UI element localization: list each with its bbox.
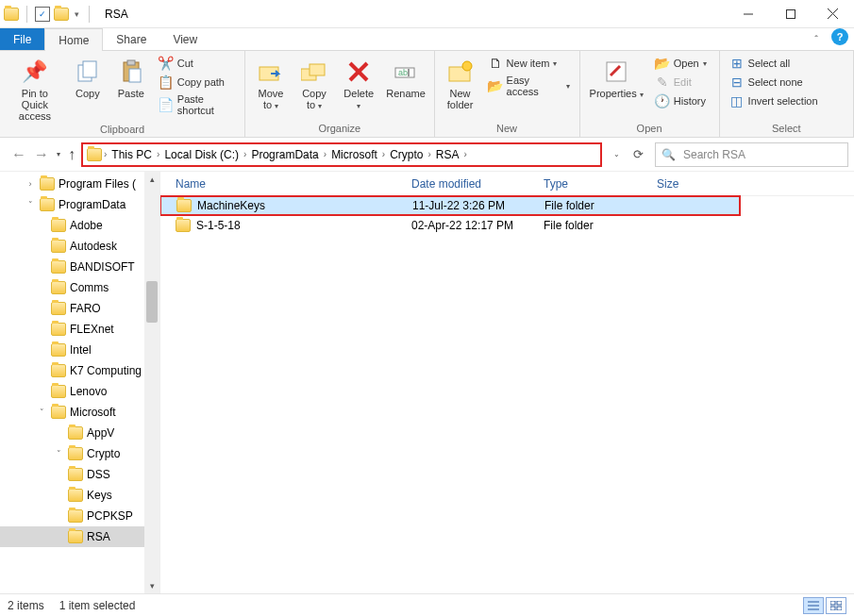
up-button[interactable]: ↑: [68, 146, 75, 163]
qat-properties[interactable]: ✓: [35, 7, 50, 22]
history-button[interactable]: 🕐History: [651, 92, 711, 109]
tree-node[interactable]: FARO: [0, 298, 159, 319]
chevron-right-icon[interactable]: ›: [322, 149, 328, 159]
tab-file[interactable]: File: [0, 28, 44, 50]
chevron-right-icon[interactable]: ›: [462, 149, 469, 159]
file-row[interactable]: MachineKeys11-Jul-22 3:26 PMFile folder: [159, 195, 741, 216]
chevron-right-icon[interactable]: ›: [242, 149, 248, 159]
select-none-button[interactable]: ⊟Select none: [726, 74, 822, 91]
open-button[interactable]: 📂Open ▾: [651, 55, 711, 72]
svg-rect-26: [837, 607, 842, 610]
tab-view[interactable]: View: [159, 28, 210, 50]
new-item-button[interactable]: 🗋New item ▾: [484, 55, 574, 72]
history-icon: 🕐: [655, 93, 670, 108]
qat-customize[interactable]: ▾: [73, 9, 81, 19]
minimize-button[interactable]: [727, 0, 769, 27]
tree-node-label: ProgramData: [59, 198, 126, 211]
scroll-down-button[interactable]: ▾: [144, 578, 159, 593]
recent-locations[interactable]: ▾: [57, 150, 60, 158]
crumb-this-pc[interactable]: This PC: [109, 148, 155, 161]
crumb-local-disk[interactable]: Local Disk (C:): [161, 148, 242, 161]
collapse-ribbon[interactable]: ˆ: [807, 28, 826, 50]
refresh-button[interactable]: ⟳: [633, 147, 644, 161]
sidebar-scrollbar[interactable]: ▴ ▾: [144, 172, 159, 593]
tree-node[interactable]: DSS: [0, 464, 159, 485]
crumb-rsa[interactable]: RSA: [433, 148, 462, 161]
file-row[interactable]: S-1-5-1802-Apr-22 12:17 PMFile folder: [160, 215, 854, 236]
disclosure-icon[interactable]: ˅: [25, 200, 36, 209]
tree-node[interactable]: FLEXnet: [0, 319, 159, 340]
tree-node-label: DSS: [87, 468, 110, 481]
properties-button[interactable]: Properties ▾: [586, 55, 647, 102]
cut-button[interactable]: ✂️Cut: [155, 55, 239, 72]
tree-node[interactable]: K7 Computing: [0, 360, 159, 381]
move-to-button[interactable]: Move to ▾: [251, 55, 291, 113]
column-type[interactable]: Type: [538, 177, 651, 191]
help-button[interactable]: ?: [831, 28, 848, 45]
scroll-thumb[interactable]: [146, 281, 158, 323]
address-bar[interactable]: › This PC› Local Disk (C:)› ProgramData›…: [81, 142, 602, 167]
tab-home[interactable]: Home: [44, 28, 103, 51]
scroll-up-button[interactable]: ▴: [144, 172, 159, 187]
tree-node[interactable]: BANDISOFT: [0, 257, 159, 277]
thumbnails-view-button[interactable]: [826, 597, 846, 614]
status-item-count: 2 items: [8, 599, 44, 612]
close-button[interactable]: [812, 0, 854, 27]
tab-share[interactable]: Share: [103, 28, 159, 50]
new-folder-button[interactable]: New folder: [441, 55, 480, 112]
chevron-right-icon[interactable]: ›: [155, 149, 161, 159]
group-label-select: Select: [720, 123, 853, 137]
tree-node[interactable]: ›Program Files (: [0, 174, 159, 194]
folder-icon: [40, 177, 55, 191]
copy-to-icon: [299, 57, 329, 87]
back-button[interactable]: ←: [11, 146, 26, 163]
tree-node[interactable]: RSA: [0, 526, 159, 547]
easy-access-button[interactable]: 📂Easy access ▾: [484, 74, 574, 98]
column-size[interactable]: Size: [651, 177, 727, 191]
chevron-right-icon[interactable]: ›: [427, 149, 433, 159]
tree-node[interactable]: ˅ProgramData: [0, 194, 159, 215]
tree-node[interactable]: ˅Crypto: [0, 443, 159, 464]
tree-node[interactable]: Autodesk: [0, 236, 159, 257]
crumb-crypto[interactable]: Crypto: [387, 148, 426, 161]
disclosure-icon[interactable]: ›: [25, 179, 36, 189]
paste-shortcut-button[interactable]: 📄Paste shortcut: [155, 92, 239, 117]
tree-node[interactable]: Comms: [0, 277, 159, 298]
maximize-button[interactable]: [769, 0, 812, 27]
folder-icon: [68, 447, 83, 460]
invert-selection-button[interactable]: ◫Invert selection: [726, 92, 822, 109]
crumb-microsoft[interactable]: Microsoft: [328, 148, 380, 161]
pin-to-quick-access-button[interactable]: 📌 Pin to Quick access: [6, 55, 64, 124]
tree-node[interactable]: Keys: [0, 485, 159, 506]
tree-node[interactable]: AppV: [0, 423, 159, 443]
chevron-right-icon[interactable]: ›: [102, 149, 109, 159]
paste-button[interactable]: Paste: [111, 55, 151, 101]
copy-path-button[interactable]: 📋Copy path: [155, 74, 239, 91]
easy-access-icon: 📂: [488, 78, 503, 93]
delete-button[interactable]: Delete ▾: [338, 55, 380, 113]
crumb-programdata[interactable]: ProgramData: [248, 148, 321, 161]
address-history-dropdown[interactable]: ⌄: [613, 150, 620, 158]
tree-node[interactable]: Intel: [0, 340, 159, 360]
copy-button[interactable]: Copy: [68, 55, 108, 101]
folder-icon: [68, 489, 83, 502]
qat-new-folder[interactable]: [54, 8, 69, 21]
tree-node[interactable]: PCPKSP: [0, 506, 159, 526]
tree-node[interactable]: Lenovo: [0, 381, 159, 402]
disclosure-icon[interactable]: ˅: [36, 408, 47, 417]
chevron-right-icon[interactable]: ›: [380, 149, 387, 159]
search-input[interactable]: 🔍 Search RSA: [655, 142, 848, 167]
tree-node[interactable]: ˅Microsoft: [0, 402, 159, 423]
details-view-button[interactable]: [803, 597, 824, 614]
disclosure-icon[interactable]: ˅: [53, 449, 64, 458]
edit-button[interactable]: ✎Edit: [651, 74, 711, 91]
invert-selection-icon: ◫: [729, 93, 745, 108]
forward-button[interactable]: →: [34, 146, 49, 163]
rename-button[interactable]: ab Rename: [384, 55, 428, 101]
column-date[interactable]: Date modified: [406, 177, 538, 191]
delete-icon: [343, 57, 374, 87]
column-name[interactable]: Name: [170, 177, 406, 191]
tree-node[interactable]: Adobe: [0, 215, 159, 236]
select-all-button[interactable]: ⊞Select all: [726, 55, 822, 72]
copy-to-button[interactable]: Copy to ▾: [294, 55, 334, 113]
